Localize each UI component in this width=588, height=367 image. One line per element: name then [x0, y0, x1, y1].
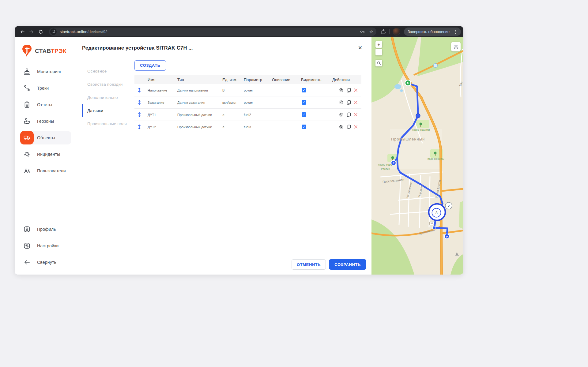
url-text[interactable]: stavtrack.online/devices/92: [60, 29, 360, 34]
tab-sensors[interactable]: Датчики: [82, 104, 134, 117]
col-type: Тип: [174, 77, 219, 82]
site-settings-button[interactable]: [50, 28, 57, 35]
svg-text:3: 3: [435, 211, 437, 215]
sidebar-item-label: Инциденты: [37, 152, 60, 157]
save-button[interactable]: СОХРАНИТЬ: [329, 259, 366, 270]
visibility-checkbox[interactable]: ✓: [302, 112, 306, 117]
table-header: Имя Тип Ед. изм. Параметр Описание Видим…: [134, 75, 361, 84]
finish-update-button[interactable]: Завершить обновление ⋮: [404, 28, 461, 36]
address-bar[interactable]: stavtrack.online/devices/92 ☆: [49, 28, 376, 36]
sensor-unit: вкл/выкл: [219, 101, 240, 104]
profile-icon: [23, 226, 31, 233]
sensor-delete-button[interactable]: [353, 112, 358, 117]
copy-icon: [346, 124, 351, 129]
tab-trip-properties[interactable]: Свойства поездки: [82, 78, 134, 91]
sensor-copy-button[interactable]: [346, 124, 351, 129]
profile-avatar[interactable]: [393, 28, 400, 36]
sidebar-item-profile[interactable]: Профиль: [20, 223, 71, 236]
visibility-checkbox[interactable]: ✓: [302, 125, 306, 129]
sidebar-item-incidents[interactable]: Инциденты: [20, 148, 71, 161]
sidebar-item-reports[interactable]: Отчеты: [20, 98, 71, 111]
copy-icon: [346, 112, 351, 117]
drag-handle-icon[interactable]: [137, 88, 141, 93]
password-key-icon[interactable]: [360, 29, 365, 34]
toolbar-separator: [389, 29, 390, 34]
sidebar-item-users[interactable]: Пользователи: [20, 164, 71, 178]
col-unit: Ед. изм.: [219, 77, 240, 82]
edit-tabs: Основное Свойства поездки Дополнительно …: [77, 60, 134, 133]
sidebar-item-objects[interactable]: Объекты: [20, 131, 71, 144]
stavtrack-pin-icon: [21, 44, 33, 58]
sensor-unit: В: [219, 88, 240, 92]
visibility-checkbox[interactable]: ✓: [302, 88, 306, 92]
map-search-button[interactable]: [375, 60, 382, 66]
sensor-copy-button[interactable]: [346, 100, 351, 105]
drag-handle-icon[interactable]: [137, 100, 141, 105]
cancel-button[interactable]: ОТМЕНИТЬ: [292, 259, 326, 270]
sensor-settings-button[interactable]: [339, 112, 344, 117]
tab-additional[interactable]: Дополнительно: [82, 91, 134, 104]
sensor-settings-button[interactable]: [339, 88, 344, 93]
drag-handle-icon[interactable]: [137, 124, 141, 129]
sensor-delete-button[interactable]: [353, 88, 358, 92]
sidebar-item-tracks[interactable]: Треки: [20, 81, 71, 95]
sensor-copy-button[interactable]: [346, 88, 351, 93]
table-row: Зажигание Датчик зажигания вкл/выкл powe…: [134, 96, 361, 109]
sensor-settings-button[interactable]: [339, 100, 344, 105]
create-button[interactable]: СОЗДАТЬ: [134, 60, 166, 71]
tab-main[interactable]: Основное: [82, 65, 134, 78]
sidebar-item-label: Мониторинг: [37, 69, 62, 74]
sensor-name: Напряжение: [144, 88, 174, 92]
map-layers-button[interactable]: [451, 42, 461, 51]
zoom-in-button[interactable]: +: [375, 41, 382, 48]
svg-text:P: P: [446, 235, 448, 238]
visibility-checkbox[interactable]: ✓: [302, 100, 306, 105]
back-icon: [20, 29, 25, 34]
sensor-delete-button[interactable]: [353, 100, 358, 105]
sensor-delete-button[interactable]: [353, 125, 358, 129]
copy-icon: [346, 88, 351, 93]
gear-icon: [339, 124, 344, 129]
sidebar-item-label: Профиль: [37, 227, 56, 232]
browser-toolbar: stavtrack.online/devices/92 ☆ Завершить …: [15, 26, 463, 37]
layers-icon: [453, 44, 459, 50]
delete-x-icon: [353, 125, 358, 129]
sensor-copy-button[interactable]: [346, 112, 351, 117]
sensor-settings-button[interactable]: [339, 124, 344, 129]
sensor-param: fuel3: [240, 125, 269, 129]
map-panel[interactable]: P P 3 2 Промышленный сквер Памяти парк: [371, 37, 463, 275]
col-param: Параметр: [240, 77, 269, 82]
browser-menu-icon[interactable]: ⋮: [452, 29, 459, 34]
users-icon: [23, 167, 31, 174]
tab-custom-fields[interactable]: Произвольные поля: [82, 117, 134, 130]
gear-icon: [339, 88, 344, 93]
sidebar-item-monitoring[interactable]: Мониторинг: [20, 65, 71, 78]
reload-button[interactable]: [37, 28, 45, 36]
logo[interactable]: СТАВТРЭК: [15, 42, 77, 61]
monitoring-icon: [23, 68, 31, 75]
extensions-icon[interactable]: [381, 29, 386, 35]
zoom-out-button[interactable]: −: [375, 49, 382, 55]
tracks-icon: [23, 84, 31, 92]
url-path: /devices/92: [87, 29, 107, 34]
sensor-param: power: [240, 101, 269, 104]
copy-icon: [346, 100, 351, 105]
sidebar-item-label: Отчеты: [37, 102, 52, 107]
sidebar-item-settings[interactable]: Настройки: [20, 239, 71, 253]
sidebar-item-collapse[interactable]: Свернуть: [20, 256, 71, 269]
incidents-icon: [23, 151, 31, 158]
forward-button[interactable]: [28, 28, 36, 36]
drag-handle-icon[interactable]: [137, 112, 141, 117]
sidebar-item-label: Геозоны: [37, 119, 54, 124]
close-icon[interactable]: ✕: [356, 44, 364, 52]
sensor-name: ДУТ1: [144, 113, 174, 117]
bookmark-star-icon[interactable]: ☆: [369, 29, 373, 34]
map-canvas: P P 3 2: [371, 37, 463, 275]
sidebar-item-geozones[interactable]: Геозоны: [20, 114, 71, 128]
back-button[interactable]: [18, 28, 26, 36]
device-edit-panel: Редактирование устройства SITRAK C7H ...…: [77, 37, 371, 275]
sensor-unit: л: [219, 125, 240, 129]
road-number-badge: 38: [429, 222, 434, 225]
sidebar: СТАВТРЭК Мониторинг Треки Отчеты Геозо: [15, 37, 77, 275]
sensor-unit: л: [219, 113, 240, 117]
